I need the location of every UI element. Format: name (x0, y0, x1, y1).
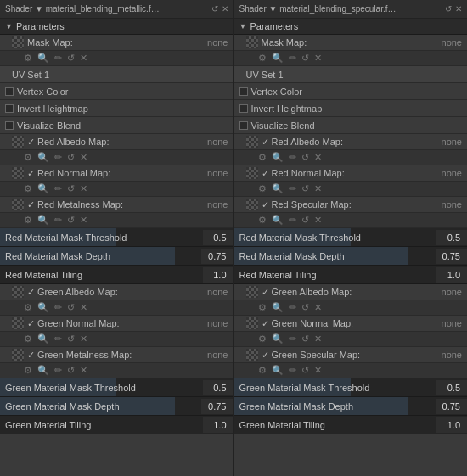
edit-icon[interactable]: ✏ (54, 215, 62, 226)
search-icon[interactable]: 🔍 (272, 333, 284, 344)
remove-icon[interactable]: ✕ (314, 215, 322, 226)
reset-icon[interactable]: ↺ (301, 302, 309, 313)
settings-icon[interactable]: ⚙ (24, 183, 32, 194)
reset-icon[interactable]: ↺ (67, 302, 75, 313)
search-icon[interactable]: 🔍 (272, 365, 284, 376)
remove-icon[interactable]: ✕ (80, 215, 87, 226)
remove-icon[interactable]: ✕ (80, 183, 87, 194)
search-icon[interactable]: 🔍 (37, 365, 49, 376)
reset-icon[interactable]: ↺ (301, 333, 309, 344)
remove-icon[interactable]: ✕ (314, 302, 322, 313)
reset-icon[interactable]: ↺ (67, 152, 75, 163)
edit-icon[interactable]: ✏ (54, 302, 62, 313)
slider-row-red-mask-depth[interactable]: Red Material Mask Depth0.75 (0, 247, 234, 266)
reset-icon[interactable]: ↺ (67, 183, 75, 194)
edit-icon[interactable]: ✏ (289, 53, 296, 64)
settings-icon[interactable]: ⚙ (24, 215, 32, 226)
param-row-vertex-color[interactable]: Vertex Color (0, 83, 234, 100)
section-header-parameters[interactable]: ▼Parameters (0, 19, 234, 35)
edit-icon[interactable]: ✏ (54, 365, 62, 376)
param-row-invert-heightmap[interactable]: Invert Heightmap (234, 100, 468, 117)
refresh-icon[interactable]: ↺ (445, 4, 452, 14)
edit-icon[interactable]: ✏ (289, 333, 296, 344)
checkbox-visualize-blend[interactable] (239, 121, 248, 130)
reset-icon[interactable]: ↺ (301, 53, 309, 64)
slider-row-red-mask-depth[interactable]: Red Material Mask Depth0.75 (234, 247, 468, 266)
remove-icon[interactable]: ✕ (314, 53, 322, 64)
settings-icon[interactable]: ⚙ (258, 365, 267, 376)
checkbox-vertex-color[interactable] (5, 87, 14, 96)
checkbox-vertex-color[interactable] (239, 87, 248, 96)
remove-icon[interactable]: ✕ (314, 183, 322, 194)
settings-icon[interactable]: ⚙ (258, 152, 267, 163)
search-icon[interactable]: 🔍 (272, 215, 284, 226)
close-icon[interactable]: ✕ (455, 4, 462, 14)
reset-icon[interactable]: ↺ (67, 53, 75, 64)
reset-icon[interactable]: ↺ (301, 215, 309, 226)
remove-icon[interactable]: ✕ (314, 365, 322, 376)
edit-icon[interactable]: ✏ (289, 302, 296, 313)
param-row-invert-heightmap[interactable]: Invert Heightmap (0, 100, 234, 117)
remove-icon[interactable]: ✕ (80, 53, 87, 64)
param-row-visualize-blend[interactable]: Visualize Blend (0, 117, 234, 134)
checkbox-invert-heightmap[interactable] (239, 104, 248, 113)
remove-icon[interactable]: ✕ (80, 152, 87, 163)
settings-icon[interactable]: ⚙ (24, 53, 32, 64)
slider-row-red-tiling[interactable]: Red Material Tiling1.0 (0, 266, 234, 284)
settings-icon[interactable]: ⚙ (24, 365, 32, 376)
settings-icon[interactable]: ⚙ (258, 215, 267, 226)
edit-icon[interactable]: ✏ (289, 365, 296, 376)
param-row-visualize-blend[interactable]: Visualize Blend (234, 117, 468, 134)
refresh-icon[interactable]: ↺ (211, 4, 218, 14)
search-icon[interactable]: 🔍 (272, 53, 284, 64)
remove-icon[interactable]: ✕ (314, 333, 322, 344)
settings-icon[interactable]: ⚙ (24, 302, 32, 313)
param-row-vertex-color[interactable]: Vertex Color (234, 83, 468, 100)
edit-icon[interactable]: ✏ (54, 333, 62, 344)
slider-row-green-mask-depth[interactable]: Green Material Mask Depth0.75 (234, 397, 468, 416)
edit-icon[interactable]: ✏ (54, 152, 62, 163)
slider-row-red-mask-threshold[interactable]: Red Material Mask Threshold0.5 (234, 228, 468, 247)
slider-row-green-mask-threshold[interactable]: Green Material Mask Threshold0.5 (0, 378, 234, 397)
settings-icon[interactable]: ⚙ (258, 333, 267, 344)
search-icon[interactable]: 🔍 (37, 215, 49, 226)
settings-icon[interactable]: ⚙ (258, 302, 267, 313)
slider-row-green-mask-depth[interactable]: Green Material Mask Depth0.75 (0, 397, 234, 416)
search-icon[interactable]: 🔍 (37, 152, 49, 163)
search-icon[interactable]: 🔍 (37, 53, 49, 64)
search-icon[interactable]: 🔍 (272, 152, 284, 163)
reset-icon[interactable]: ↺ (67, 333, 75, 344)
section-header-parameters[interactable]: ▼Parameters (234, 19, 468, 35)
close-icon[interactable]: ✕ (222, 4, 228, 14)
reset-icon[interactable]: ↺ (301, 183, 309, 194)
settings-icon[interactable]: ⚙ (258, 183, 267, 194)
reset-icon[interactable]: ↺ (301, 365, 309, 376)
search-icon[interactable]: 🔍 (37, 183, 49, 194)
reset-icon[interactable]: ↺ (301, 152, 309, 163)
search-icon[interactable]: 🔍 (37, 302, 49, 313)
edit-icon[interactable]: ✏ (289, 183, 296, 194)
edit-icon[interactable]: ✏ (289, 152, 296, 163)
remove-icon[interactable]: ✕ (80, 333, 87, 344)
checkbox-invert-heightmap[interactable] (5, 104, 14, 113)
slider-row-red-tiling[interactable]: Red Material Tiling1.0 (234, 266, 468, 284)
reset-icon[interactable]: ↺ (67, 215, 75, 226)
search-icon[interactable]: 🔍 (272, 302, 284, 313)
remove-icon[interactable]: ✕ (80, 365, 87, 376)
slider-row-red-mask-threshold[interactable]: Red Material Mask Threshold0.5 (0, 228, 234, 247)
slider-row-green-mask-threshold[interactable]: Green Material Mask Threshold0.5 (234, 378, 468, 397)
remove-icon[interactable]: ✕ (314, 152, 322, 163)
search-icon[interactable]: 🔍 (37, 333, 49, 344)
edit-icon[interactable]: ✏ (54, 53, 62, 64)
reset-icon[interactable]: ↺ (67, 365, 75, 376)
checkbox-visualize-blend[interactable] (5, 121, 14, 130)
slider-row-green-tiling[interactable]: Green Material Tiling1.0 (0, 416, 234, 434)
edit-icon[interactable]: ✏ (54, 183, 62, 194)
settings-icon[interactable]: ⚙ (258, 53, 267, 64)
remove-icon[interactable]: ✕ (80, 302, 87, 313)
search-icon[interactable]: 🔍 (272, 183, 284, 194)
settings-icon[interactable]: ⚙ (24, 152, 32, 163)
slider-row-green-tiling[interactable]: Green Material Tiling1.0 (234, 416, 468, 434)
edit-icon[interactable]: ✏ (289, 215, 296, 226)
settings-icon[interactable]: ⚙ (24, 333, 32, 344)
